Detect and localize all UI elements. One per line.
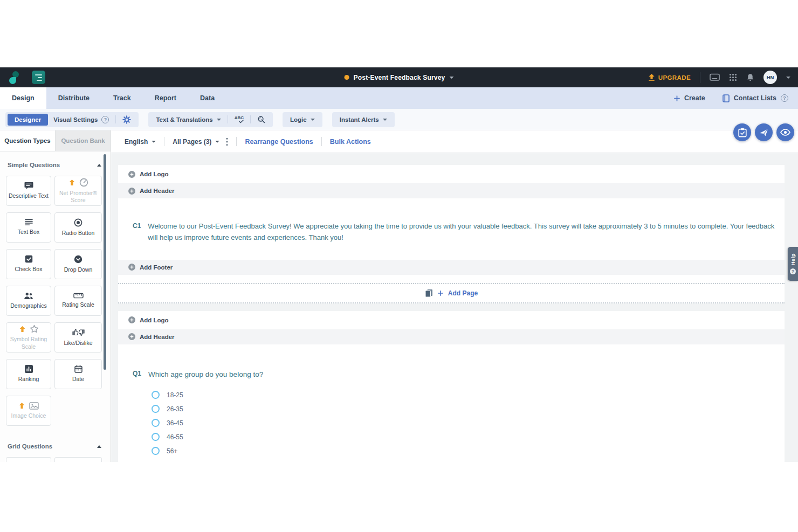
logic-button[interactable]: Logic [285, 114, 320, 126]
visual-settings-button[interactable]: Visual Settings ? [48, 114, 114, 126]
upgrade-button[interactable]: UPGRADE [648, 74, 691, 81]
tab-question-types[interactable]: Question Types [0, 130, 55, 151]
translations-group: Text & Translations ABC [148, 112, 273, 127]
share-button[interactable] [755, 123, 773, 141]
section-grid-questions[interactable]: Grid Questions [0, 442, 111, 451]
tab-question-bank[interactable]: Question Bank [55, 130, 111, 151]
radio-icon[interactable] [152, 419, 160, 427]
find-replace-button[interactable] [252, 114, 271, 126]
option-26-35[interactable]: 26-35 [152, 405, 785, 413]
settings-gear-button[interactable] [117, 114, 136, 126]
question-1[interactable]: Q1 Which age group do you belong to? [118, 344, 785, 381]
bar-chart-icon [25, 365, 33, 373]
survey-title-menu[interactable]: Post-Event Feedback Survey [345, 74, 454, 81]
option-56-plus[interactable]: 56+ [152, 447, 785, 455]
add-logo-button[interactable]: Add Logo [118, 311, 785, 329]
card-rating-scale[interactable]: Rating Scale [54, 286, 102, 316]
add-circle-icon [128, 171, 135, 178]
upgrade-arrow-icon [19, 326, 26, 333]
instant-alerts-button[interactable]: Instant Alerts [334, 114, 393, 126]
add-footer-button[interactable]: Add Footer [118, 260, 785, 275]
card-check-box[interactable]: Check Box [6, 249, 51, 279]
card-like-dislike[interactable]: Like/Dislike [54, 322, 102, 353]
radio-icon[interactable] [152, 433, 160, 441]
option-46-55[interactable]: 46-55 [152, 433, 785, 441]
chevron-down-icon [217, 119, 221, 121]
radio-icon[interactable] [152, 405, 160, 413]
spellcheck-button[interactable]: ABC [229, 114, 249, 126]
survey-canvas: English All Pages (3) Rearrange Question… [111, 130, 798, 462]
radio-icon[interactable] [152, 447, 160, 455]
tab-report[interactable]: Report [143, 87, 188, 109]
apps-grid-icon[interactable] [729, 73, 737, 81]
designer-button[interactable]: Designer [8, 114, 48, 126]
image-icon [29, 402, 39, 410]
pages-select[interactable]: All Pages (3) [173, 138, 219, 146]
add-header-button[interactable]: Add Header [118, 183, 785, 198]
contact-lists-button[interactable]: Contact Lists ? [723, 94, 788, 102]
radio-icon[interactable] [152, 391, 160, 399]
display-icon[interactable] [710, 73, 720, 81]
tab-data[interactable]: Data [188, 87, 226, 109]
tab-distribute[interactable]: Distribute [46, 87, 101, 109]
card-drop-down[interactable]: Drop Down [54, 249, 102, 279]
answer-options: 18-25 26-35 36-45 46-55 [118, 380, 785, 455]
bulk-actions-button[interactable]: Bulk Actions [330, 138, 371, 146]
card-demographics[interactable]: Demographics [6, 286, 51, 316]
card-partial[interactable] [54, 457, 102, 462]
design-toolbar: Designer Visual Settings ? Text & Transl… [0, 109, 798, 130]
create-button[interactable]: Create [674, 94, 705, 102]
text-lines-icon [25, 219, 33, 226]
card-image-choice[interactable]: Image Choice [6, 396, 51, 426]
option-18-25[interactable]: 18-25 [152, 391, 785, 399]
help-question-icon: ? [790, 268, 796, 274]
sidebar-scrollbar[interactable] [104, 154, 106, 370]
checklist-button[interactable] [733, 123, 751, 141]
language-select[interactable]: English [125, 138, 156, 146]
help-tab[interactable]: Help ? [788, 247, 798, 281]
topbar: Post-Event Feedback Survey UPGRADE HN [0, 67, 798, 87]
tab-track[interactable]: Track [101, 87, 143, 109]
card-text-box[interactable]: Text Box [6, 212, 51, 243]
sparrow-logo[interactable] [9, 71, 20, 85]
bell-icon[interactable] [746, 73, 754, 82]
text-translations-button[interactable]: Text & Translations [150, 114, 226, 126]
rearrange-questions-button[interactable]: Rearrange Questions [245, 138, 313, 146]
help-circle-icon: ? [781, 94, 788, 102]
add-circle-icon [128, 316, 135, 323]
add-header-button[interactable]: Add Header [118, 329, 785, 344]
card-descriptive-text[interactable]: Descriptive Text [6, 176, 51, 206]
welcome-text: Welcome to our Post-Event Feedback Surve… [148, 221, 785, 244]
option-36-45[interactable]: 36-45 [152, 419, 785, 427]
checkbox-icon [25, 255, 33, 263]
card-radio-button[interactable]: Radio Button [54, 212, 102, 243]
pages-icon [425, 289, 433, 298]
canvas-area: Add Logo Add Header C1 Welcome to our Po… [111, 153, 798, 462]
people-icon [24, 292, 33, 300]
thumbs-up-down-icon [72, 328, 85, 337]
dropdown-circle-icon [74, 255, 82, 264]
radio-icon [74, 218, 82, 227]
page-more-menu[interactable] [226, 137, 228, 146]
ruler-icon [73, 293, 84, 299]
card-symbol-rating-scale[interactable]: Symbol Rating Scale [6, 322, 51, 353]
chevron-down-icon [383, 119, 387, 121]
card-net-promoter-score[interactable]: Net Promoter® Score [54, 176, 102, 206]
card-date[interactable]: Date [54, 359, 102, 389]
account-chevron-down-icon[interactable] [786, 77, 790, 79]
divider [700, 72, 700, 83]
tab-design[interactable]: Design [0, 87, 46, 109]
module-tabs: Design Distribute Track Report Data Crea… [0, 87, 798, 109]
card-partial[interactable] [6, 457, 51, 462]
card-ranking[interactable]: Ranking [6, 359, 51, 389]
add-circle-icon [128, 333, 135, 340]
kebab-icon [226, 137, 228, 146]
avatar[interactable]: HN [763, 71, 777, 84]
welcome-message[interactable]: C1 Welcome to our Post-Event Feedback Su… [118, 198, 785, 244]
preview-button[interactable] [776, 123, 794, 141]
add-page-button[interactable]: Add Page [118, 283, 785, 303]
section-simple-questions[interactable]: Simple Questions [0, 161, 111, 169]
sidebar-tabs: Question Types Question Bank [0, 130, 111, 151]
survey-list-icon[interactable] [32, 71, 45, 84]
add-logo-button[interactable]: Add Logo [118, 165, 785, 183]
